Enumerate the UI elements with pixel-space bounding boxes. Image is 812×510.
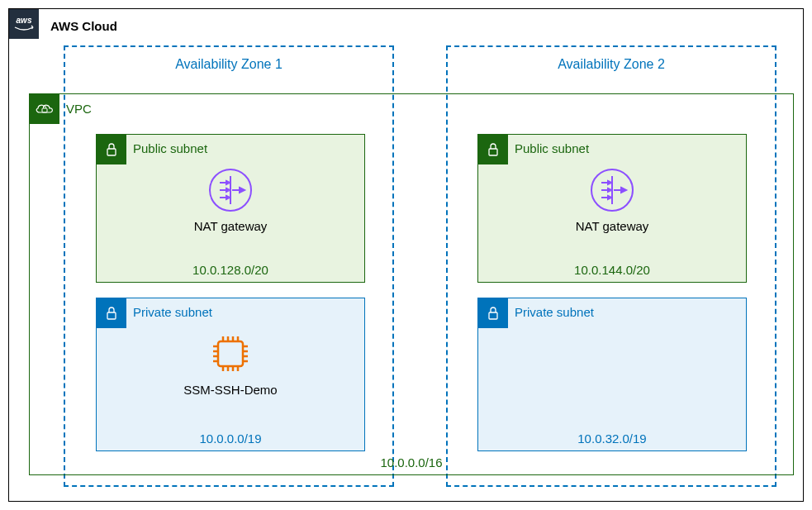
public-subnet-1: Public subnet NAT gateway 10.0.128.0/20 xyxy=(96,134,365,283)
nat-gateway-label: NAT gateway xyxy=(97,219,364,233)
subnet-label: Private subnet xyxy=(133,305,212,319)
nat-gateway-label: NAT gateway xyxy=(478,219,746,233)
aws-cloud-box: aws AWS Cloud Availability Zone 1 Availa… xyxy=(8,8,804,502)
ec2-instance-label: SSM-SSH-Demo xyxy=(97,383,364,397)
svg-rect-8 xyxy=(107,312,116,319)
svg-rect-26 xyxy=(489,312,497,319)
vpc-label: VPC xyxy=(66,102,92,116)
subnet-cidr: 10.0.0.0/19 xyxy=(97,431,364,446)
svg-rect-5 xyxy=(489,149,497,155)
subnet-label: Public subnet xyxy=(133,141,207,155)
vpc-icon xyxy=(30,94,59,124)
ec2-instance-icon xyxy=(208,331,253,376)
vpc-cidr: 10.0.0.0/16 xyxy=(30,455,793,469)
nat-gateway-icon xyxy=(208,168,253,212)
subnet-label: Public subnet xyxy=(515,141,589,155)
subnet-label: Private subnet xyxy=(515,305,594,319)
svg-rect-2 xyxy=(107,149,116,155)
subnet-cidr: 10.0.32.0/19 xyxy=(478,431,746,446)
az2-label: Availability Zone 2 xyxy=(448,57,775,72)
nat-gateway-icon xyxy=(590,168,634,212)
az1-label: Availability Zone 1 xyxy=(65,57,392,72)
lock-icon xyxy=(97,298,126,328)
private-subnet-1: Private subnet xyxy=(96,298,365,451)
subnet-cidr: 10.0.144.0/20 xyxy=(478,263,746,277)
aws-cloud-label: AWS Cloud xyxy=(50,19,117,33)
diagram-canvas: aws AWS Cloud Availability Zone 1 Availa… xyxy=(0,0,812,510)
private-subnet-2: Private subnet 10.0.32.0/19 xyxy=(477,298,747,451)
vpc-box: VPC 10.0.0.0/16 Public subnet xyxy=(29,93,794,475)
svg-text:aws: aws xyxy=(17,16,32,25)
aws-icon: aws xyxy=(9,9,39,39)
lock-icon xyxy=(97,135,126,164)
svg-rect-9 xyxy=(218,341,243,366)
svg-rect-1 xyxy=(42,108,47,112)
public-subnet-2: Public subnet NAT gateway 10.0.144.0/20 xyxy=(477,134,747,283)
lock-icon xyxy=(478,135,508,164)
subnet-cidr: 10.0.128.0/20 xyxy=(97,263,364,277)
lock-icon xyxy=(478,298,508,328)
